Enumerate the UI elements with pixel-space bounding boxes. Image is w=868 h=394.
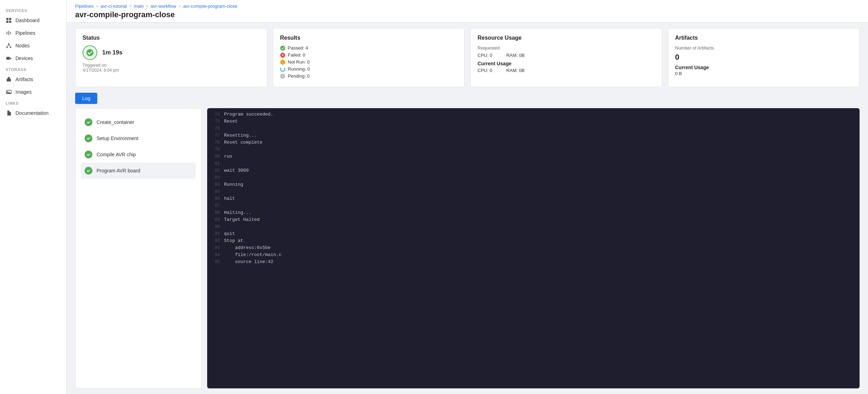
resource-cpu-req: CPU: 0	[478, 53, 492, 58]
notrun-label: Not Run: 0	[288, 59, 310, 65]
breadcrumb-workflow[interactable]: avr-workflow	[151, 4, 176, 9]
artifacts-number: 0	[675, 53, 853, 62]
steps-panel: Create_container Setup Environment Compi…	[75, 108, 202, 388]
sidebar-item-devices[interactable]: Devices	[0, 52, 66, 65]
log-panel[interactable]: 74Program succeeded.75Reset7677Resetting…	[207, 108, 860, 388]
log-line-number: 92	[207, 237, 224, 244]
log-line-number: 93	[207, 244, 224, 251]
breadcrumb-sep-3: >	[146, 4, 149, 9]
breadcrumb-pipelines[interactable]: Pipelines	[75, 4, 94, 9]
services-section-label: SERVICES	[0, 6, 66, 14]
breadcrumb-sep-1: >	[96, 4, 99, 9]
log-line: 79	[207, 146, 860, 153]
svg-rect-0	[6, 18, 8, 20]
svg-point-12	[8, 80, 9, 81]
log-line: 78Reset complete	[207, 139, 860, 146]
log-line: 75Reset	[207, 118, 860, 125]
log-line: 88Halting...	[207, 209, 860, 216]
log-line-number: 94	[207, 251, 224, 258]
svg-rect-10	[10, 58, 11, 59]
sidebar-item-nodes[interactable]: Nodes	[0, 39, 66, 52]
cards-row: Status 1m 19s Triggered on: 4/17/2024, 6…	[67, 22, 868, 93]
log-line: 82wait 3000	[207, 167, 860, 174]
log-line: 80run	[207, 153, 860, 160]
log-line-text: Stop at	[224, 237, 243, 244]
failed-label: Failed: 0	[288, 52, 305, 58]
result-failed: Failed: 0	[280, 52, 458, 58]
log-line-text: wait 3000	[224, 167, 249, 174]
svg-point-18	[282, 76, 283, 77]
log-button[interactable]: Log	[75, 93, 97, 104]
log-line: 81	[207, 160, 860, 167]
breadcrumb: Pipelines > avr-ci-tutorial > main > avr…	[75, 4, 860, 9]
log-line-number: 77	[207, 132, 224, 139]
breadcrumb-main[interactable]: main	[134, 4, 144, 9]
sidebar-item-label: Dashboard	[15, 18, 40, 23]
log-line-number: 79	[207, 146, 224, 153]
step-item[interactable]: Compile AVR chip	[81, 146, 196, 163]
sidebar-item-documentation[interactable]: Documentation	[0, 107, 66, 119]
pipeline-icon	[6, 30, 12, 36]
svg-rect-9	[6, 57, 10, 60]
step-label: Program AVR board	[97, 168, 140, 173]
running-dot	[280, 67, 285, 72]
status-triggered-date: 4/17/2024, 6:04 pm	[83, 68, 260, 73]
svg-point-4	[8, 43, 9, 45]
links-section-label: LINKS	[0, 98, 66, 107]
log-line: 91quit	[207, 230, 860, 237]
svg-point-6	[10, 47, 11, 48]
step-label: Compile AVR chip	[97, 152, 136, 157]
step-item[interactable]: Setup Environment	[81, 130, 196, 146]
nodes-icon	[6, 42, 12, 49]
log-line: 77Resetting...	[207, 132, 860, 139]
step-check-icon	[85, 167, 92, 175]
sidebar-item-dashboard[interactable]: Dashboard	[0, 14, 66, 27]
sidebar-item-label: Documentation	[15, 110, 48, 116]
svg-rect-1	[9, 18, 11, 20]
step-item[interactable]: Create_container	[81, 114, 196, 130]
sidebar-item-artifacts[interactable]: Artifacts	[0, 73, 66, 86]
top-bar: Pipelines > avr-ci-tutorial > main > avr…	[67, 0, 868, 22]
log-line-number: 78	[207, 139, 224, 146]
storage-section-label: STORAGE	[0, 65, 66, 73]
sidebar-item-pipelines[interactable]: Pipelines	[0, 27, 66, 39]
result-running: Running: 0	[280, 66, 458, 72]
log-line-number: 84	[207, 181, 224, 188]
sidebar-item-label: Devices	[15, 55, 33, 61]
svg-rect-2	[6, 21, 8, 23]
svg-point-15	[86, 49, 93, 56]
sidebar-item-label: Pipelines	[15, 30, 35, 36]
svg-point-19	[283, 76, 284, 77]
sidebar-item-label: Images	[15, 89, 32, 95]
log-line-text: Reset complete	[224, 139, 262, 146]
artifacts-current-val: 0 B	[675, 71, 853, 76]
result-passed: Passed: 4	[280, 45, 458, 51]
log-line-number: 75	[207, 118, 224, 125]
artifacts-card-title: Artifacts	[675, 35, 853, 41]
log-line-number: 85	[207, 188, 224, 195]
step-item[interactable]: Program AVR board	[81, 163, 196, 179]
log-line-text: halt	[224, 195, 235, 202]
breadcrumb-job[interactable]: avr-compile-program-close	[183, 4, 237, 9]
log-line: 95 source line:42	[207, 258, 860, 265]
sidebar-item-images[interactable]: Images	[0, 86, 66, 98]
doc-icon	[6, 110, 12, 116]
sidebar-item-label: Artifacts	[15, 77, 33, 82]
resource-ram-req: RAM: 0B	[506, 53, 525, 58]
log-line-number: 91	[207, 230, 224, 237]
result-notrun: ! Not Run: 0	[280, 59, 458, 65]
log-line: 92Stop at	[207, 237, 860, 244]
breadcrumb-tutorial[interactable]: avr-ci-tutorial	[100, 4, 127, 9]
log-line: 86halt	[207, 195, 860, 202]
log-line-number: 87	[207, 202, 224, 209]
log-line: 84Running	[207, 181, 860, 188]
log-line-number: 95	[207, 258, 224, 265]
log-line: 83	[207, 174, 860, 181]
resource-card: Resource Usage Requested CPU: 0 RAM: 0B …	[470, 28, 662, 87]
log-line-text: file:/root/main.c	[224, 251, 282, 258]
status-success-icon	[83, 45, 97, 60]
svg-line-8	[9, 45, 11, 47]
passed-dot	[280, 46, 285, 51]
log-line-text: Reset	[224, 118, 238, 125]
artifacts-icon	[6, 76, 12, 83]
